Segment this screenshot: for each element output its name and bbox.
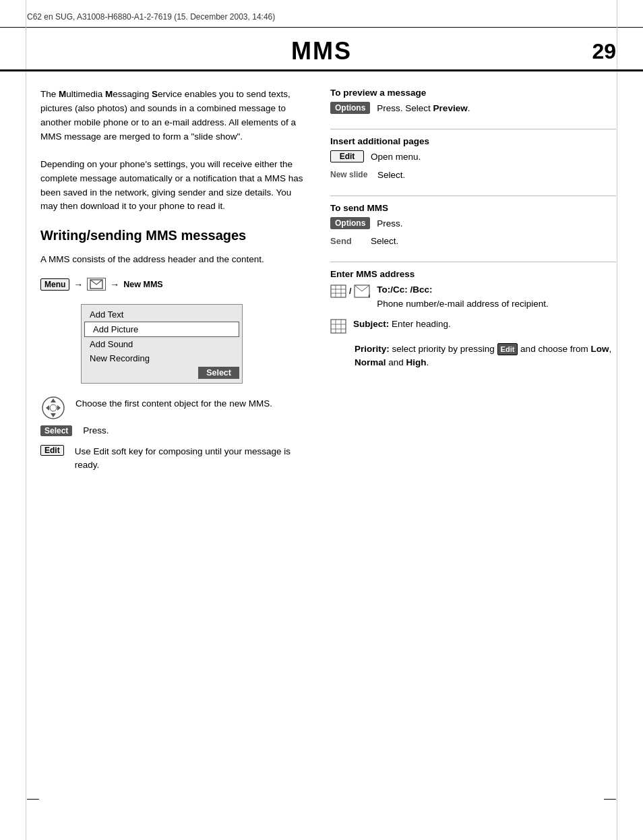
svg-marker-3 [57, 405, 61, 411]
header: C62 en SUG, A31008-H6880-A1-2-7619 (15. … [0, 0, 643, 28]
section-address-title: Enter MMS address [330, 269, 616, 279]
edit-key-insert: Edit [330, 150, 364, 162]
addr-row-2: Subject: Enter heading. [330, 318, 616, 336]
section-preview-title: To preview a message [330, 88, 616, 98]
left-border [26, 0, 26, 840]
menu-button: Menu [40, 278, 69, 291]
menu-item-add-picture: Add Picture [84, 322, 239, 337]
intro-paragraph-2: Depending on your phone's settings, you … [40, 158, 303, 214]
edit-key: Edit [40, 445, 64, 456]
menu-item-add-sound: Add Sound [82, 337, 242, 351]
send-row-1: Options Press. [330, 217, 616, 231]
insert-row-2: New slide Select. [330, 169, 616, 182]
action-1-text: Choose the first content object for the … [75, 397, 272, 411]
send-text-2: Select. [371, 235, 398, 248]
phone-menu-footer: Select [82, 365, 242, 380]
arrow-2: → [110, 279, 119, 290]
options-key-send: Options [330, 217, 370, 229]
svg-marker-5 [51, 413, 56, 417]
action-row-3: Edit Use Edit soft key for composing unt… [40, 445, 303, 473]
divider-1 [330, 129, 616, 129]
section-preview: To preview a message Options Press. Sele… [330, 88, 616, 115]
section-heading: Writing/sending MMS messages [40, 227, 303, 243]
insert-text-2: Select. [377, 169, 405, 182]
page-title: MMS [291, 37, 352, 65]
sidebar-area: © Siemens AG 2002, I:\Mobil\L55\C62_Zwei… [0, 0, 26, 840]
right-border [617, 0, 617, 840]
addr-icons: / [330, 283, 370, 298]
action-row-2: Select Press. [40, 424, 303, 438]
section-insert: Insert additional pages Edit Open menu. … [330, 136, 616, 182]
addr-text-2: Subject: Enter heading. [353, 318, 451, 331]
options-key-preview: Options [330, 102, 370, 114]
svg-rect-7 [331, 285, 346, 297]
email-icon [87, 278, 106, 291]
send-label: Send [330, 235, 364, 246]
insert-row-1: Edit Open menu. [330, 150, 616, 164]
action-3-text: Use Edit soft key for composing until yo… [75, 445, 303, 473]
svg-marker-4 [51, 398, 56, 402]
send-row-2: Send Select. [330, 235, 616, 248]
nav-path: Menu → → New MMS [40, 278, 303, 291]
section-insert-title: Insert additional pages [330, 136, 616, 146]
svg-point-6 [50, 404, 57, 411]
addr-text-3: Priority: select priority by pressing Ed… [355, 342, 616, 370]
subsection-paragraph: A MMS consists of the address header and… [40, 253, 303, 267]
header-meta: C62 en SUG, A31008-H6880-A1-2-7619 (15. … [27, 12, 275, 22]
addr-row-3: Priority: select priority by pressing Ed… [330, 342, 616, 370]
section-address: Enter MMS address / [330, 269, 616, 369]
addr-text-1: To:/Cc: /Bcc: Phone number/e-mail addres… [377, 283, 548, 311]
left-column: The Multimedia Messaging Service enables… [40, 88, 303, 479]
svg-marker-2 [46, 405, 49, 411]
page-wrapper: C62 en SUG, A31008-H6880-A1-2-7619 (15. … [0, 0, 643, 840]
footer-line-left [27, 799, 39, 800]
intro-paragraph-1: The Multimedia Messaging Service enables… [40, 88, 303, 144]
menu-item-add-text: Add Text [82, 307, 242, 322]
title-bar: MMS 29 [0, 28, 643, 71]
slash-separator: / [349, 287, 351, 296]
preview-text: Press. Select Preview. [377, 102, 470, 115]
insert-text-1: Open menu. [371, 150, 421, 164]
divider-3 [330, 262, 616, 262]
section-send: To send MMS Options Press. Send Select. [330, 203, 616, 249]
content-area: The Multimedia Messaging Service enables… [0, 71, 643, 495]
svg-rect-14 [331, 320, 346, 333]
footer-line-right [604, 799, 616, 800]
phone-menu: Add Text Add Picture Add Sound New Recor… [81, 304, 243, 384]
divider-2 [330, 196, 616, 196]
section-send-title: To send MMS [330, 203, 616, 213]
nav-circle-icon [40, 398, 66, 417]
right-column: To preview a message Options Press. Sele… [324, 88, 616, 479]
send-text-1: Press. [377, 217, 402, 231]
menu-item-new-recording: New Recording [82, 351, 242, 365]
new-slide-label: New slide [330, 169, 371, 179]
select-key: Select [40, 425, 72, 436]
nav-label: New MMS [123, 280, 162, 289]
addr-row-1: / To:/Cc: /Bcc: Phone number/e-mail addr… [330, 283, 616, 311]
page-number: 29 [592, 39, 616, 64]
action-2-text: Press. [83, 424, 109, 438]
action-row-1: Choose the first content object for the … [40, 397, 303, 417]
preview-row: Options Press. Select Preview. [330, 102, 616, 115]
arrow-1: → [73, 279, 83, 290]
edit-key-priority: Edit [497, 343, 518, 356]
select-button[interactable]: Select [198, 367, 239, 379]
grid-icon-subject [330, 319, 346, 336]
